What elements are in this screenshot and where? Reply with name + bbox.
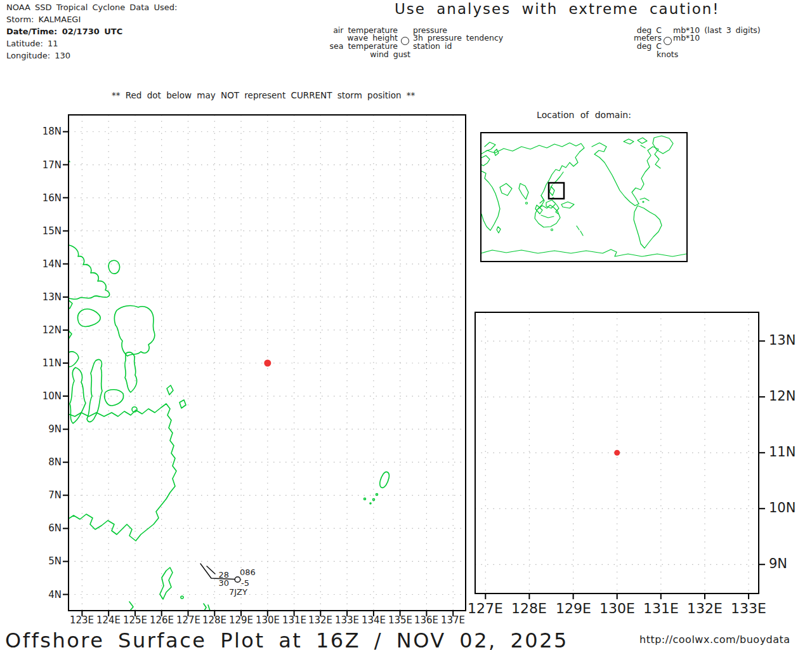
world-coastlines: [481, 136, 686, 256]
main-lat-label: 12N: [33, 324, 62, 336]
main-lon-label: 126E: [147, 614, 177, 626]
storm-dot-main: [264, 360, 271, 367]
domain-box: [549, 183, 564, 199]
station-tendency: -5: [241, 578, 249, 588]
zoom-lat-label: 13N: [769, 333, 796, 348]
storm-dot-zoom: [614, 450, 620, 456]
main-lon-label: 123E: [67, 614, 97, 626]
zoom-lon-label: 127E: [463, 600, 508, 616]
main-lat-label: 5N: [33, 555, 62, 567]
main-lon-label: 130E: [252, 614, 283, 626]
station-circle: [235, 577, 240, 583]
main-lat-label: 6N: [33, 522, 62, 534]
main-lat-label: 18N: [33, 126, 62, 137]
header-datetime: Date/Time: 02/1730 UTC: [6, 27, 122, 36]
legend-station-id: station id: [413, 42, 452, 50]
zoom-lat-label: 11N: [769, 444, 796, 460]
main-lon-label: 125E: [120, 614, 150, 626]
main-lat-label: 7N: [33, 489, 62, 501]
station-id: 7JZY: [229, 587, 247, 597]
main-lat-label: 13N: [33, 291, 62, 303]
main-lon-label: 129E: [226, 614, 256, 626]
main-lat-label: 16N: [33, 192, 62, 204]
main-lon-label: 128E: [199, 614, 230, 626]
zoom-lat-label: 12N: [769, 388, 796, 404]
main-lon-label: 133E: [332, 614, 362, 626]
main-lon-label: 124E: [93, 614, 124, 626]
header-latitude: Latitude: 11: [6, 39, 58, 48]
zoom-map-lon-ticks: [485, 594, 749, 599]
zoom-lon-label: 129E: [551, 600, 596, 616]
zoom-lon-label: 133E: [726, 600, 771, 616]
offshore-surface-plot-page: NOAA SSD Tropical Cyclone Data Used: Sto…: [0, 0, 812, 650]
header-storm-name: Storm: KALMAEGI: [6, 15, 81, 24]
station-model-circle-icon: [401, 37, 409, 45]
station-sea-temp: 30: [213, 578, 229, 588]
main-lat-label: 8N: [33, 456, 62, 468]
header-longitude: Longitude: 130: [6, 51, 70, 60]
main-lon-label: 134E: [358, 614, 389, 626]
main-lat-label: 14N: [33, 258, 62, 270]
units-circle-icon: [664, 37, 672, 45]
zoom-lat-label: 9N: [769, 556, 787, 571]
main-lat-label: 4N: [33, 589, 62, 600]
zoom-map-lat-ticks: [759, 341, 765, 564]
zoom-lon-label: 131E: [639, 600, 683, 616]
main-map-lat-ticks: [63, 132, 69, 595]
header-source-line: NOAA SSD Tropical Cyclone Data Used:: [6, 3, 177, 12]
main-lat-label: 15N: [33, 225, 62, 237]
main-lat-label: 17N: [33, 159, 62, 171]
page-title: Offshore Surface Plot at 16Z / NOV 02, 2…: [5, 628, 568, 650]
zoom-lon-label: 132E: [683, 600, 727, 616]
main-lat-label: 9N: [33, 423, 62, 435]
philippines-coastlines: [67, 159, 389, 611]
zoom-lat-label: 10N: [769, 500, 796, 515]
world-map-title: Location of domain:: [481, 110, 687, 120]
world-locator-map: [481, 133, 687, 262]
legend-wind-gust: wind gust: [285, 50, 410, 58]
units-sea-temperature: deg C: [603, 42, 662, 50]
zoom-lon-label: 128E: [507, 600, 551, 616]
storm-position-warning: ** Red dot below may NOT represent CURRE…: [112, 90, 415, 100]
main-lat-label: 11N: [33, 357, 62, 369]
units-tendency: mb*10: [673, 34, 700, 42]
zoom-lon-label: 130E: [595, 600, 639, 616]
main-lon-label: 132E: [305, 614, 336, 626]
main-lon-label: 136E: [411, 614, 442, 626]
zoomed-map: [475, 312, 765, 599]
caution-banner: Use analyses with extreme caution!: [395, 1, 720, 17]
main-map: [63, 115, 466, 616]
units-wind-gust: knots: [657, 50, 678, 58]
main-lat-label: 10N: [33, 390, 62, 402]
site-url: http://coolwx.com/buoydata: [639, 633, 790, 646]
station-pressure: 086: [240, 567, 256, 577]
